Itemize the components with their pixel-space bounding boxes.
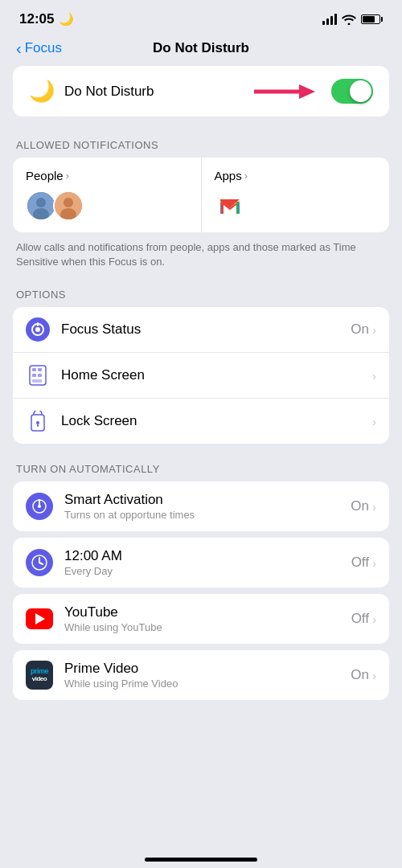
focus-status-value: On <box>351 321 369 338</box>
home-screen-label: Home Screen <box>61 367 145 383</box>
svg-line-28 <box>39 563 43 564</box>
svg-point-3 <box>36 198 46 207</box>
options-list: Focus Status On › <box>13 307 389 444</box>
time-schedule-chevron-icon: › <box>372 556 376 570</box>
youtube-icon <box>26 605 53 633</box>
svg-rect-15 <box>32 368 36 371</box>
svg-marker-1 <box>299 84 315 99</box>
lock-screen-right: › <box>372 415 376 428</box>
time-schedule-sub: Every Day <box>64 565 340 577</box>
wifi-icon <box>342 14 356 25</box>
apps-card[interactable]: Apps › <box>202 158 390 232</box>
prime-video-value: On <box>351 667 369 683</box>
prime-video-text: Prime Video While using Prime Video <box>64 661 339 690</box>
smart-activation-right: On › <box>351 498 376 514</box>
prime-video-sub: While using Prime Video <box>64 678 339 690</box>
svg-rect-17 <box>32 374 36 377</box>
smart-activation-sub: Turns on at opportune times <box>64 509 339 521</box>
svg-rect-19 <box>32 379 42 383</box>
prime-video-label: Prime Video <box>64 661 339 677</box>
people-card[interactable]: People › <box>13 158 202 232</box>
focus-status-item[interactable]: Focus Status On › <box>13 307 389 353</box>
time-schedule-item[interactable]: 12:00 AM Every Day Off › <box>13 538 389 588</box>
content-area: 🌙 Do Not Disturb ALLOWED NOTIFICATIONS P… <box>0 66 402 854</box>
people-chevron-icon: › <box>66 170 69 182</box>
dnd-card: 🌙 Do Not Disturb <box>13 66 389 117</box>
prime-video-right: On › <box>351 667 376 683</box>
moon-icon: 🌙 <box>59 12 74 27</box>
apps-chevron-icon: › <box>244 170 248 182</box>
svg-rect-9 <box>221 202 224 214</box>
youtube-value: Off <box>351 611 369 627</box>
dnd-label: Do Not Disturb <box>64 84 154 100</box>
arrow-icon <box>254 80 318 103</box>
auto-section: TURN ON AUTOMATICALLY Smart Activation T <box>13 463 389 700</box>
home-screen-text: Home Screen <box>61 367 361 383</box>
clock-icon <box>26 549 53 576</box>
allowed-description: Allow calls and notifications from peopl… <box>13 240 389 269</box>
allowed-section-header: ALLOWED NOTIFICATIONS <box>13 139 389 151</box>
smart-activation-label: Smart Activation <box>64 492 339 508</box>
status-icons <box>322 14 383 25</box>
time-schedule-value: Off <box>351 555 369 571</box>
options-section-header: OPTIONS <box>13 289 389 301</box>
focus-status-text: Focus Status <box>61 321 339 338</box>
lock-screen-label: Lock Screen <box>61 413 137 428</box>
auto-list: Smart Activation Turns on at opportune t… <box>13 481 389 700</box>
avatar-1 <box>26 190 56 221</box>
people-card-title: People › <box>26 169 188 182</box>
dnd-left: 🌙 Do Not Disturb <box>29 79 154 104</box>
smart-activation-chevron-icon: › <box>372 500 376 514</box>
home-screen-right: › <box>372 369 376 383</box>
avatar-2 <box>53 190 84 221</box>
svg-point-12 <box>35 327 40 332</box>
youtube-right: Off › <box>351 611 376 627</box>
people-avatars <box>26 190 188 221</box>
back-button[interactable]: ‹ Focus <box>16 40 62 56</box>
smart-activation-value: On <box>351 498 369 514</box>
status-bar: 12:05 🌙 <box>0 0 402 34</box>
focus-status-icon <box>26 317 50 342</box>
time-schedule-text: 12:00 AM Every Day <box>64 548 340 577</box>
youtube-chevron-icon: › <box>372 612 376 626</box>
gmail-icon <box>215 190 245 221</box>
youtube-sub: While using YouTube <box>64 621 340 633</box>
svg-rect-16 <box>38 368 42 371</box>
dnd-toggle[interactable] <box>331 79 373 104</box>
svg-rect-22 <box>37 424 39 427</box>
prime-video-chevron-icon: › <box>372 669 376 682</box>
home-indicator <box>145 858 257 862</box>
dnd-right <box>254 79 373 104</box>
svg-rect-18 <box>38 374 42 377</box>
lock-screen-icon <box>26 409 50 433</box>
nav-bar: ‹ Focus Do Not Disturb <box>0 34 402 66</box>
time-schedule-right: Off › <box>351 555 376 571</box>
smart-activation-item[interactable]: Smart Activation Turns on at opportune t… <box>13 481 389 531</box>
focus-status-label: Focus Status <box>61 321 141 337</box>
time-schedule-label: 12:00 AM <box>64 548 340 564</box>
apps-card-title: Apps › <box>215 169 377 182</box>
home-screen-item[interactable]: Home Screen › <box>13 353 389 399</box>
back-chevron-icon: ‹ <box>16 40 22 56</box>
home-screen-chevron-icon: › <box>372 369 376 383</box>
svg-point-6 <box>64 198 73 207</box>
focus-status-right: On › <box>351 321 376 338</box>
page-title: Do Not Disturb <box>153 40 249 56</box>
prime-video-item[interactable]: prime video Prime Video While using Prim… <box>13 650 389 700</box>
auto-section-header: TURN ON AUTOMATICALLY <box>13 463 389 475</box>
youtube-item[interactable]: YouTube While using YouTube Off › <box>13 594 389 644</box>
back-label: Focus <box>25 40 62 56</box>
signal-icon <box>322 14 337 25</box>
status-time: 12:05 <box>19 11 54 27</box>
svg-point-21 <box>36 421 39 424</box>
options-section: OPTIONS Focus Status O <box>13 289 389 444</box>
dnd-moon-icon: 🌙 <box>29 79 55 104</box>
battery-icon <box>361 14 383 24</box>
svg-point-25 <box>38 505 41 508</box>
smart-activation-text: Smart Activation Turns on at opportune t… <box>64 492 339 521</box>
lock-screen-text: Lock Screen <box>61 413 361 429</box>
allowed-notifications-section: ALLOWED NOTIFICATIONS People › <box>13 139 389 269</box>
toggle-knob <box>350 80 371 102</box>
lock-screen-item[interactable]: Lock Screen › <box>13 399 389 444</box>
focus-status-chevron-icon: › <box>372 323 376 337</box>
